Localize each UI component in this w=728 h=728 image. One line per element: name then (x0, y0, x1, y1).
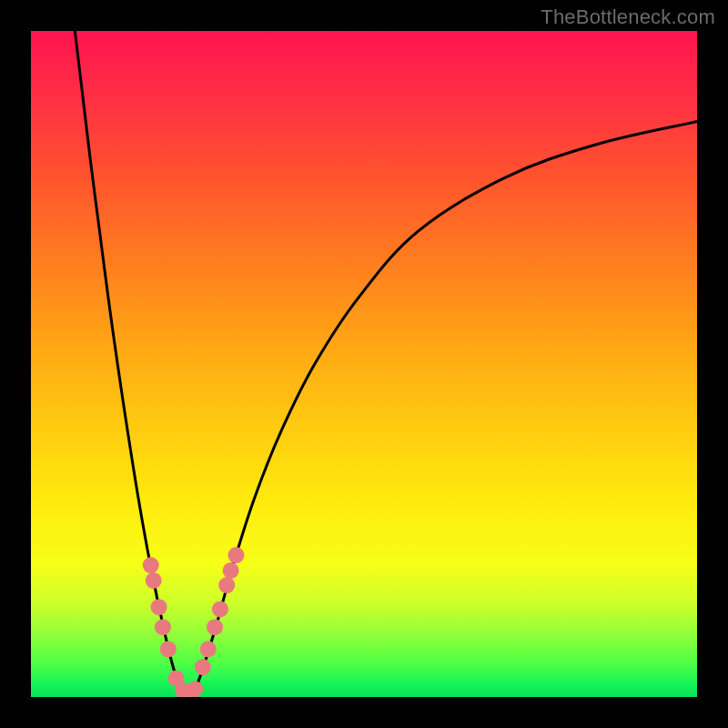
marker-point (143, 557, 159, 573)
marker-point (195, 659, 211, 675)
chart-svg (31, 31, 697, 697)
marker-point (155, 619, 171, 635)
marker-point (151, 599, 167, 615)
marker-point (207, 619, 223, 635)
chart-frame: TheBottleneck.com (0, 0, 728, 728)
curve-right-branch (188, 122, 697, 697)
marker-point (200, 641, 217, 657)
curve-lines (75, 31, 697, 697)
marker-point (223, 562, 239, 579)
watermark-text: TheBottleneck.com (541, 5, 715, 29)
plot-area (31, 31, 697, 697)
marker-point (187, 681, 203, 697)
marker-point (160, 641, 177, 657)
marker-point (218, 577, 235, 593)
marker-point (212, 601, 228, 617)
marker-point (146, 572, 162, 589)
marker-point (228, 547, 244, 563)
curve-left-branch (75, 31, 187, 697)
data-markers (143, 547, 245, 697)
